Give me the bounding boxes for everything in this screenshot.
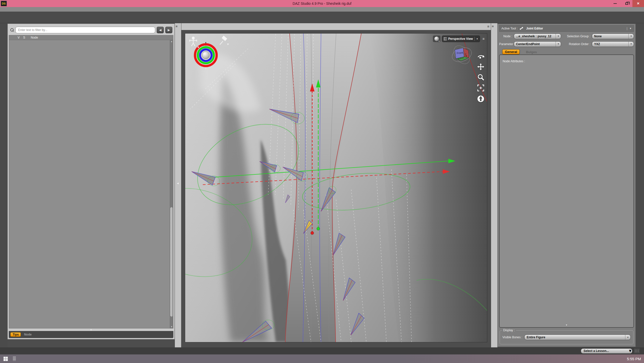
minimize-button[interactable] (609, 0, 621, 7)
tab-bulges: Bulges (523, 50, 539, 54)
active-tool-header: Active Tool : Joint Editor | ▼ (499, 25, 634, 32)
center-tabs: ≡ (181, 23, 491, 30)
close-button[interactable]: × (632, 0, 644, 7)
3d-scene (185, 34, 487, 342)
joint-general-box: Node Attributes : ▼ (499, 54, 634, 328)
parameter-dropdown[interactable]: Center/EndPoint▼ (514, 41, 561, 47)
pan-control[interactable] (477, 63, 484, 70)
lesson-film-icon (634, 349, 640, 353)
file-edge-toolbar (0, 23, 8, 347)
view-cube[interactable]: Front Left Bottom (451, 44, 474, 66)
viewport-nav-controls (477, 53, 485, 103)
viewport-canvas[interactable]: ▼ Perspective View ▼ ≡ Front (185, 33, 487, 342)
start-button[interactable] (0, 354, 11, 363)
tree-scrollbar[interactable]: ▲ ▼ (170, 40, 173, 328)
filter-forward-button[interactable]: ▶ (165, 27, 172, 33)
right-dock-tabs: ≡ (491, 23, 497, 347)
joint-editor-icon (520, 26, 524, 31)
lesson-bar: Select a Lesson...▼ (0, 347, 644, 354)
windows-taskbar: 5:55 PM (0, 354, 644, 363)
section-collapse-handle[interactable]: ▼ (502, 324, 631, 326)
tool-settings-pane: Active Tool : Joint Editor | ▼ Node : ..… (497, 24, 636, 347)
restore-button[interactable] (621, 0, 632, 7)
daz-studio-window: DS DAZ Studio 4.9 Pro - Shesheik rig.duf… (0, 0, 644, 363)
viewport-header-overlay: ▼ Perspective View ▼ ≡ (433, 36, 485, 42)
scene-filter-input[interactable]: Enter text to filter by... (15, 27, 155, 33)
visible-bones-label: Visible Bones : (502, 336, 522, 339)
node-attributes-title: Node Attributes : (503, 59, 630, 63)
pane-menu-icon[interactable]: ≡ (492, 25, 496, 28)
pane-collapse-handle[interactable]: ▲ (9, 328, 173, 331)
viewport-pane: ≡ (181, 23, 491, 347)
orbit-control[interactable] (477, 53, 485, 60)
system-tray: 5:55 PM (623, 357, 644, 361)
title-bar: DS DAZ Studio 4.9 Pro - Shesheik rig.duf… (0, 0, 644, 7)
zoom-control[interactable] (477, 74, 484, 81)
selection-group-dropdown[interactable]: None▼ (592, 34, 634, 39)
scene-footer-bar: Tips Node (9, 331, 173, 338)
taskbar-clock[interactable]: 5:55 PM (625, 357, 641, 361)
tips-button[interactable]: Tips (10, 332, 21, 337)
camera-icon (444, 37, 447, 40)
joint-editor-tabs: General Bulges (499, 48, 634, 54)
camera-selector[interactable]: Perspective View ▼ (442, 36, 480, 42)
active-tool-name: Joint Editor (526, 27, 543, 30)
viewport-pane-menu-icon[interactable]: ≡ (482, 37, 485, 41)
scene-pane: Enter text to filter by... ◀ ▶ V S Node … (8, 24, 175, 339)
frame-control[interactable] (477, 84, 484, 92)
menu-bar (0, 7, 644, 12)
tree-scrollbar-thumb[interactable] (170, 207, 173, 317)
app-grid-icon[interactable] (11, 354, 18, 363)
lesson-dropdown[interactable]: Select a Lesson...▼ (581, 348, 632, 354)
main-toolbar (0, 12, 644, 23)
scene-tree: V S Node ▲ ▼ (9, 35, 173, 328)
pane-menu-icon[interactable]: ≡ (487, 24, 489, 28)
active-tool-label: Active Tool : (501, 27, 518, 30)
visible-bones-dropdown[interactable]: Entire Figure▼ (524, 335, 631, 340)
context-label: Node (24, 333, 31, 336)
node-selector-row: Node : ...e_shesheik : pussy_12▼ Selecti… (499, 33, 634, 40)
home-control[interactable] (477, 95, 485, 103)
dock-resize-handle[interactable]: ◀ (177, 182, 179, 185)
parameter-selector-row: Parameter : Center/EndPoint▼ Rotation Or… (499, 41, 634, 47)
search-icon (10, 28, 14, 32)
pane-menu-icon[interactable]: ≡ (176, 25, 180, 28)
tree-header: V S Node (9, 35, 173, 40)
scene-filter-bar: Enter text to filter by... ◀ ▶ (9, 25, 173, 35)
workspace: Enter text to filter by... ◀ ▶ V S Node … (0, 23, 644, 347)
drawstyle-button[interactable]: ▼ (433, 36, 440, 42)
node-dropdown[interactable]: ...e_shesheik : pussy_12▼ (514, 34, 561, 39)
tab-general[interactable]: General (502, 49, 520, 54)
rotation-order-dropdown[interactable]: YXZ▼ (592, 41, 634, 47)
window-title: DAZ Studio 4.9 Pro - Shesheik rig.duf (293, 2, 351, 6)
filter-back-button[interactable]: ◀ (157, 27, 164, 33)
help-edge-toolbar (636, 23, 644, 347)
app-logo-icon: DS (1, 1, 7, 6)
left-dock-tabs: ≡ ◀ (175, 23, 181, 347)
active-tool-dropdown[interactable]: ▼ (629, 27, 632, 30)
display-options-group: Display : Visible Bones : Entire Figure▼ (500, 330, 633, 344)
